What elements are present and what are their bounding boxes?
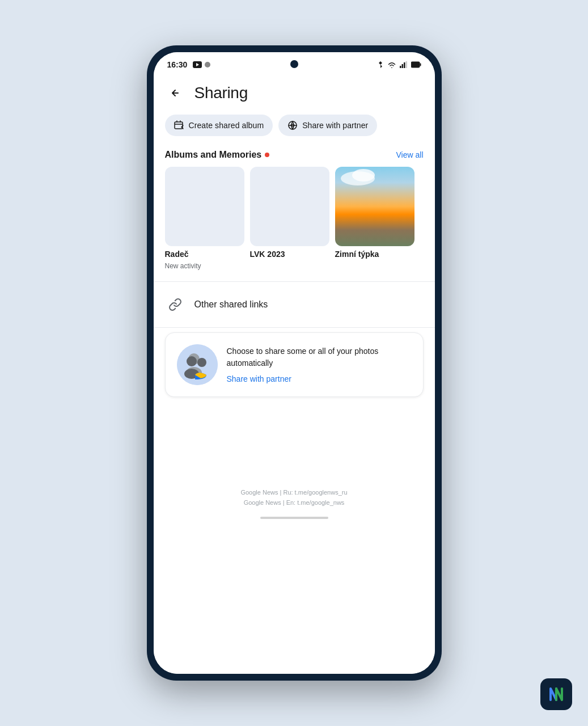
list-item: Zimní týpka <box>335 167 414 270</box>
status-icons-right <box>377 61 421 69</box>
partner-avatar-illustration <box>177 344 218 385</box>
divider-2 <box>154 327 435 328</box>
partner-avatar <box>177 344 218 385</box>
list-item: LVK 2023 <box>250 167 329 270</box>
n-logo-icon <box>546 684 566 704</box>
red-dot-indicator <box>265 153 269 157</box>
corner-logo <box>540 678 572 710</box>
partner-desc: Choose to share some or all of your phot… <box>227 345 412 369</box>
svg-rect-9 <box>412 63 417 67</box>
album-subtitle-radec: New activity <box>165 262 244 270</box>
album-name-lvk: LVK 2023 <box>250 250 329 259</box>
svg-rect-8 <box>420 64 421 66</box>
create-album-label: Create shared album <box>189 121 264 130</box>
divider-1 <box>154 281 435 282</box>
svg-rect-10 <box>175 122 183 129</box>
share-partner-label: Share with partner <box>302 121 368 130</box>
page-header: Sharing <box>154 74 435 110</box>
svg-rect-4 <box>401 64 403 68</box>
album-thumbnail-lvk <box>250 167 329 246</box>
link-icon <box>165 294 185 315</box>
screen-content: Sharing Create shared album <box>154 74 435 674</box>
notification-icons: 16:30 <box>167 60 211 69</box>
action-buttons: Create shared album Share with partner <box>154 110 435 145</box>
svg-point-15 <box>187 356 197 366</box>
shared-links-label: Other shared links <box>194 299 268 310</box>
time-display: 16:30 <box>167 60 188 69</box>
view-all-link[interactable]: View all <box>396 150 424 159</box>
albums-section-title: Albums and Memories <box>165 150 262 160</box>
circle-status-icon <box>204 61 211 68</box>
status-bar: 16:30 <box>154 52 435 74</box>
back-button[interactable] <box>165 83 185 103</box>
signal-icon <box>400 61 408 68</box>
album-name-zimni: Zimní týpka <box>335 250 414 259</box>
svg-rect-5 <box>404 62 405 68</box>
home-indicator <box>260 517 328 519</box>
album-thumbnail-radec <box>165 167 244 246</box>
album-thumbnail-zimni <box>335 167 414 246</box>
svg-rect-3 <box>400 66 401 68</box>
youtube-icon <box>193 61 202 68</box>
section-title-wrap: Albums and Memories <box>165 150 270 160</box>
phone-frame: 16:30 <box>147 45 442 681</box>
partner-card-text: Choose to share some or all of your phot… <box>227 345 412 384</box>
camera-notch <box>290 60 298 68</box>
svg-rect-6 <box>405 61 407 68</box>
phone-screen: 16:30 <box>154 52 435 674</box>
footer-line2: Google News | En: t.me/google_nws <box>165 498 424 508</box>
scene: 16:30 <box>0 0 588 726</box>
wifi-icon <box>387 61 396 68</box>
partner-card: Choose to share some or all of your phot… <box>165 332 424 397</box>
albums-section-header: Albums and Memories View all <box>154 145 435 167</box>
partner-share-link[interactable]: Share with partner <box>227 374 291 383</box>
create-shared-album-button[interactable]: Create shared album <box>165 115 273 136</box>
album-icon <box>174 120 184 130</box>
partner-icon <box>287 120 298 130</box>
albums-scroll: Radeč New activity LVK 2023 Zimní týpka <box>154 167 435 279</box>
other-shared-links-row[interactable]: Other shared links <box>154 284 435 325</box>
battery-icon <box>411 61 421 68</box>
share-with-partner-button[interactable]: Share with partner <box>278 115 377 136</box>
footer-text: Google News | Ru: t.me/googlenws_ru Goog… <box>154 476 435 512</box>
album-name-radec: Radeč <box>165 250 244 259</box>
footer-line1: Google News | Ru: t.me/googlenws_ru <box>165 488 424 498</box>
svg-point-17 <box>197 358 206 367</box>
svg-point-2 <box>205 62 210 67</box>
list-item: Radeč New activity <box>165 167 244 270</box>
page-title: Sharing <box>194 84 248 102</box>
bluetooth-icon <box>377 61 384 69</box>
